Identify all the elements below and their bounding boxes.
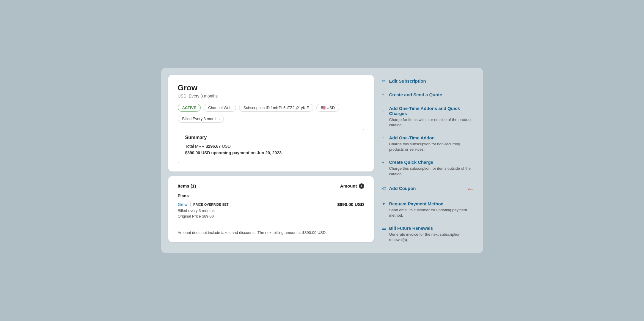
- bill-renewals-label: Bill Future Renewals: [389, 226, 433, 231]
- info-icon[interactable]: i: [359, 183, 364, 189]
- summary-mrr: Total MRR $296.67 USD: [185, 144, 357, 149]
- coupon-icon: 🏷: [382, 186, 387, 191]
- create-quote-label: Create and Send a Quote: [389, 92, 442, 97]
- summary-title: Summary: [185, 135, 357, 140]
- add-one-time-addon-desc: Charge this subscription for non-recurri…: [389, 141, 475, 152]
- item-name-row: Grow PRICE OVERRIDE SET: [178, 202, 231, 207]
- add-coupon-label: Add Coupon: [389, 186, 416, 191]
- tags-row: ACTIVE Channel Web Subscription ID 1mKPL…: [178, 104, 364, 123]
- sidebar: ✏ Edit Subscription + Create and Send a …: [381, 75, 476, 246]
- arrow-icon: ←: [466, 184, 475, 194]
- item-amount: $890.00 USD: [337, 202, 364, 207]
- tag-currency: 🇺🇸 USD: [316, 104, 339, 112]
- sidebar-item-add-coupon[interactable]: 🏷 Add Coupon ←: [381, 181, 476, 198]
- create-quick-charge-desc: Charge this subscription for items outsi…: [389, 166, 475, 177]
- sidebar-item-create-quote[interactable]: + Create and Send a Quote: [381, 89, 476, 102]
- plan-subtitle: USD, Every 3 months: [178, 94, 364, 98]
- divider: [178, 221, 364, 221]
- items-amount-header: Amount i: [340, 183, 364, 189]
- create-quick-charge-label: Create Quick Charge: [389, 160, 433, 165]
- item-name-link[interactable]: Grow: [178, 202, 188, 207]
- summary-mrr-currency: USD: [222, 144, 231, 149]
- outer-container: Grow USD, Every 3 months ACTIVE Channel …: [161, 68, 483, 254]
- coupon-row: 🏷 Add Coupon ←: [382, 184, 475, 194]
- tag-active: ACTIVE: [178, 104, 201, 112]
- add-addons-label: Add One-Time Addons and Quick Charges: [389, 106, 475, 116]
- tag-channel: Channel Web: [204, 104, 236, 112]
- items-footer: Amount does not include taxes and discou…: [178, 226, 364, 235]
- item-details: Grow PRICE OVERRIDE SET Billed every 3 m…: [178, 202, 231, 218]
- bill-renewals-desc: Generate invoice for the next subscripti…: [389, 232, 475, 243]
- plus-icon-3: +: [382, 135, 387, 140]
- plan-title: Grow: [178, 83, 364, 92]
- sidebar-action-row: ✏ Edit Subscription: [382, 78, 475, 84]
- plus-icon-2: +: [382, 108, 387, 113]
- request-payment-desc: Send email to customer for updating paym…: [389, 207, 475, 218]
- summary-box: Summary Total MRR $296.67 USD $890.00 US…: [178, 129, 364, 163]
- summary-payment: $890.00 USD upcoming payment on Jun 20, …: [185, 150, 357, 155]
- edit-icon: ✏: [382, 78, 387, 83]
- original-price-value: $89.00: [202, 214, 214, 218]
- amount-label: Amount: [340, 183, 357, 188]
- items-header-label: Items (1): [178, 183, 196, 188]
- add-addons-desc: Charge for items within or outside of th…: [389, 117, 475, 128]
- items-card: Items (1) Amount i Plans Grow PRICE OVER…: [168, 176, 374, 242]
- request-payment-label: Request Payment Method: [389, 201, 444, 206]
- arrow-right-icon: ➤: [382, 201, 387, 206]
- sidebar-item-request-payment[interactable]: ➤ Request Payment Method Send email to c…: [381, 198, 476, 222]
- sidebar-item-add-addons[interactable]: + Add One-Time Addons and Quick Charges …: [381, 102, 476, 132]
- original-price-label: Original Price: [178, 214, 201, 218]
- summary-mrr-label: Total MRR: [185, 144, 205, 149]
- add-one-time-addon-label: Add One-Time Addon: [389, 135, 435, 140]
- sidebar-action-row-2: + Create and Send a Quote: [382, 92, 475, 97]
- sidebar-item-add-one-time-addon[interactable]: + Add One-Time Addon Charge this subscri…: [381, 132, 476, 156]
- item-original-price: Original Price $89.00: [178, 214, 231, 218]
- tag-billed: Billed Every 3 months: [178, 115, 224, 123]
- plus-icon-1: +: [382, 92, 387, 97]
- summary-mrr-value: $296.67: [206, 144, 221, 149]
- summary-payment-text: $890.00 USD upcoming payment on Jun 20, …: [185, 150, 282, 155]
- item-billed: Billed every 3 months: [178, 208, 231, 213]
- tag-subscription-id: Subscription ID 1mKPL5hTZ2g21yKtF: [239, 104, 313, 112]
- main-content: Grow USD, Every 3 months ACTIVE Channel …: [168, 75, 374, 246]
- sidebar-item-edit-subscription[interactable]: ✏ Edit Subscription: [381, 75, 476, 89]
- sidebar-action-row-8: ▬ Bill Future Renewals: [382, 226, 475, 231]
- sidebar-action-row-3: + Add One-Time Addons and Quick Charges: [382, 106, 475, 116]
- plus-icon-4: +: [382, 160, 387, 165]
- bill-icon: ▬: [382, 226, 387, 231]
- items-header: Items (1) Amount i: [178, 183, 364, 189]
- edit-subscription-label: Edit Subscription: [389, 78, 426, 84]
- plans-label: Plans: [178, 193, 364, 198]
- sidebar-action-row-7: ➤ Request Payment Method: [382, 201, 475, 206]
- sidebar-item-create-quick-charge[interactable]: + Create Quick Charge Charge this subscr…: [381, 156, 476, 180]
- item-row: Grow PRICE OVERRIDE SET Billed every 3 m…: [178, 202, 364, 218]
- plan-card: Grow USD, Every 3 months ACTIVE Channel …: [168, 75, 374, 171]
- sidebar-action-row-4: + Add One-Time Addon: [382, 135, 475, 140]
- sidebar-action-row-6: 🏷 Add Coupon: [382, 186, 464, 191]
- sidebar-action-row-5: + Create Quick Charge: [382, 160, 475, 165]
- sidebar-item-bill-renewals[interactable]: ▬ Bill Future Renewals Generate invoice …: [381, 222, 476, 246]
- price-override-badge: PRICE OVERRIDE SET: [191, 202, 231, 207]
